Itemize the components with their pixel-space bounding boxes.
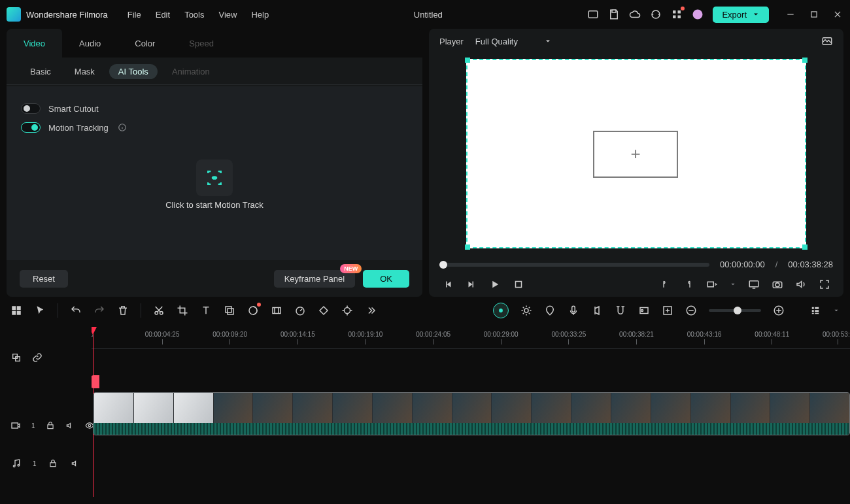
layout-icon[interactable] <box>587 8 599 20</box>
volume-icon[interactable] <box>795 278 807 290</box>
svg-point-34 <box>345 308 350 314</box>
motion-target-box[interactable]: + <box>593 131 678 178</box>
next-frame-icon[interactable] <box>466 278 477 290</box>
camera-icon[interactable] <box>772 278 783 290</box>
mark-out-icon[interactable] <box>683 278 694 290</box>
audio-mute-icon[interactable] <box>69 458 81 469</box>
undo-icon[interactable] <box>70 305 82 316</box>
in-point-marker[interactable] <box>92 375 99 388</box>
track-settings-icon[interactable] <box>809 305 821 316</box>
svg-rect-50 <box>815 310 819 312</box>
marker-icon[interactable] <box>544 305 556 316</box>
avatar-icon[interactable] <box>692 8 704 20</box>
subtab-mask[interactable]: Mask <box>65 64 104 79</box>
zoom-out-icon[interactable] <box>685 305 697 316</box>
play-icon[interactable] <box>489 278 501 290</box>
cloud-icon[interactable] <box>629 8 641 20</box>
render-icon[interactable] <box>638 305 650 316</box>
current-time: 00:00:00:00 <box>720 260 765 269</box>
reset-button[interactable]: Reset <box>20 270 68 288</box>
mark-in-icon[interactable] <box>659 278 671 290</box>
ruler-tick: 00:00:19:10 <box>348 331 383 344</box>
tab-audio[interactable]: Audio <box>62 29 118 58</box>
snapshot-preview-icon[interactable] <box>821 35 833 47</box>
text-icon[interactable] <box>200 305 212 316</box>
audio-mixer-icon[interactable] <box>591 305 603 316</box>
svg-point-22 <box>775 283 779 287</box>
project-title: Untitled <box>269 10 587 20</box>
support-icon[interactable] <box>650 8 662 20</box>
chevron-down-icon[interactable] <box>730 281 736 288</box>
pointer-icon[interactable] <box>34 305 46 316</box>
mute-icon[interactable] <box>65 420 75 431</box>
menu-file[interactable]: File <box>128 10 141 20</box>
export-button[interactable]: Export <box>713 7 769 23</box>
app-logo-icon <box>7 7 21 22</box>
ruler-tick: 00:00:53:0 <box>823 331 850 344</box>
close-icon[interactable] <box>832 8 843 20</box>
apps-icon[interactable] <box>671 8 683 20</box>
effects-icon[interactable] <box>271 305 282 316</box>
keyframe-panel-button[interactable]: Keyframe Panel NEW <box>274 270 356 288</box>
menu-help[interactable]: Help <box>251 10 269 20</box>
tab-color[interactable]: Color <box>118 29 172 58</box>
ruler-tick: 00:00:38:21 <box>619 331 654 344</box>
fullscreen-icon[interactable] <box>819 278 830 290</box>
playback-scrubber[interactable] <box>439 263 709 267</box>
menu-edit[interactable]: Edit <box>156 10 170 20</box>
chroma-icon[interactable] <box>341 305 353 316</box>
notification-dot <box>681 7 685 10</box>
cut-icon[interactable] <box>153 305 165 316</box>
timeline-ruler[interactable]: 00:0000:00:04:2500:00:09:2000:00:14:1500… <box>92 327 850 349</box>
audio-track-area[interactable] <box>92 437 850 475</box>
color-icon[interactable] <box>247 305 259 316</box>
display-icon[interactable] <box>748 278 760 290</box>
duplicate-icon[interactable] <box>10 352 22 363</box>
add-track-icon[interactable] <box>662 305 673 316</box>
speed-icon[interactable] <box>294 305 306 316</box>
zoom-in-icon[interactable] <box>773 305 785 316</box>
ruler-tick: 00:00:29:00 <box>484 331 518 344</box>
menu-tools[interactable]: Tools <box>184 10 204 20</box>
motion-tracking-toggle[interactable] <box>21 122 41 133</box>
preview-viewport[interactable]: + <box>439 54 833 253</box>
subtab-basic[interactable]: Basic <box>21 64 60 79</box>
ok-button[interactable]: OK <box>363 270 409 288</box>
copy-icon[interactable] <box>224 305 235 316</box>
main-menu: File Edit Tools View Help <box>128 10 269 20</box>
keyframe-icon[interactable] <box>318 305 330 316</box>
snap-icon[interactable] <box>615 305 626 316</box>
more-icon[interactable] <box>365 305 377 316</box>
aspect-icon[interactable] <box>706 278 718 290</box>
smart-cutout-toggle[interactable] <box>21 103 41 114</box>
quality-select[interactable]: Full Quality <box>475 37 552 46</box>
minimize-icon[interactable] <box>785 8 796 20</box>
start-motion-track-button[interactable] <box>196 160 233 196</box>
crop-icon[interactable] <box>177 305 188 316</box>
stop-icon[interactable] <box>513 278 524 290</box>
ai-badge-icon[interactable] <box>493 303 509 318</box>
preview-canvas[interactable]: + <box>466 59 806 248</box>
auto-enhance-icon[interactable] <box>520 305 532 316</box>
audio-lock-icon[interactable] <box>47 458 59 469</box>
subtab-animation: Animation <box>163 64 219 79</box>
video-clip[interactable] <box>93 392 850 435</box>
tab-video[interactable]: Video <box>7 29 62 58</box>
track-settings-chevron-icon[interactable] <box>833 307 840 314</box>
timeline-tracks-area[interactable]: 00:0000:00:04:2500:00:09:2000:00:14:1500… <box>92 327 850 497</box>
redo-icon[interactable] <box>94 305 105 316</box>
menu-view[interactable]: View <box>218 10 237 20</box>
media-icon[interactable] <box>10 305 22 316</box>
delete-icon[interactable] <box>117 305 129 316</box>
maximize-icon[interactable] <box>808 8 820 20</box>
link-icon[interactable] <box>31 352 43 363</box>
svg-rect-6 <box>678 16 681 19</box>
zoom-slider[interactable] <box>709 309 761 312</box>
voiceover-icon[interactable] <box>568 305 579 316</box>
save-icon[interactable] <box>608 8 620 20</box>
subtab-ai-tools[interactable]: AI Tools <box>109 64 158 79</box>
clip-audio-waveform <box>94 423 849 435</box>
lock-icon[interactable] <box>46 420 55 431</box>
prev-frame-icon[interactable] <box>442 278 454 290</box>
info-icon[interactable] <box>116 122 128 133</box>
